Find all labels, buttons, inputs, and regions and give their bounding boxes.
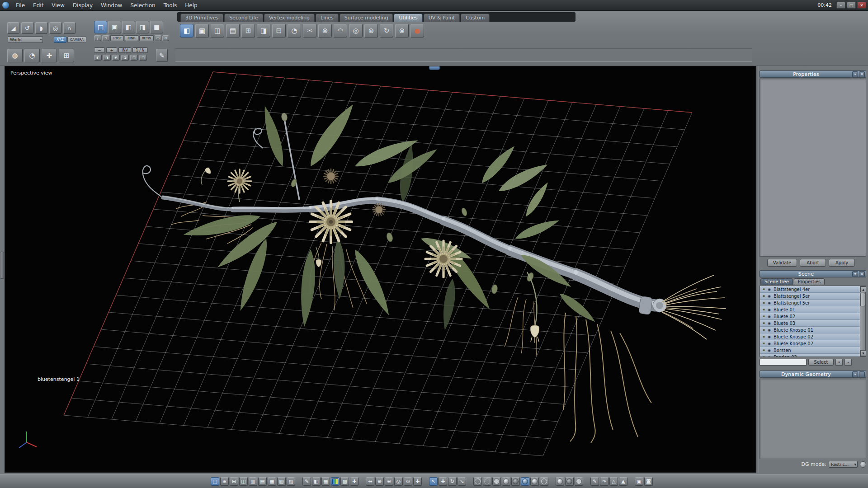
point-mode-icon[interactable]: ▣ bbox=[108, 21, 121, 33]
menu-help[interactable]: Help bbox=[181, 1, 201, 10]
tree-row[interactable]: ▪ ◉ Blattstengel 5er bbox=[760, 300, 860, 306]
scene-filter-input[interactable] bbox=[760, 359, 807, 366]
look-at-icon[interactable]: ⊙ bbox=[404, 477, 412, 486]
shading-ghost-icon[interactable] bbox=[540, 477, 548, 486]
utility-tool-9-icon[interactable]: ✂ bbox=[303, 24, 316, 38]
scroll-down-icon[interactable]: ▼ bbox=[860, 350, 866, 356]
paint-select-tool-icon[interactable]: ◗ bbox=[35, 22, 47, 34]
axes-toggle-icon[interactable]: ✚ bbox=[350, 477, 359, 486]
utility-tool-16-icon[interactable]: ● bbox=[410, 24, 424, 38]
smooth-sphere-icon[interactable]: ◍ bbox=[7, 49, 23, 62]
mini-select-2-icon[interactable]: ◨ bbox=[103, 55, 111, 61]
backdrop-icon[interactable]: ◧ bbox=[312, 477, 321, 486]
link-icon[interactable]: ▪ bbox=[761, 321, 766, 325]
scene-next-icon[interactable]: ▴ bbox=[844, 359, 852, 366]
subdivide-sphere-icon[interactable]: ◔ bbox=[24, 49, 40, 62]
visibility-eye-icon[interactable]: ◉ bbox=[766, 342, 772, 346]
select-button[interactable]: Select bbox=[808, 359, 834, 366]
menu-selection[interactable]: Selection bbox=[126, 1, 159, 10]
layout-single-icon[interactable]: □ bbox=[211, 477, 219, 486]
tree-row[interactable]: ▪ ◉ Borsten bbox=[760, 347, 860, 354]
tab-custom[interactable]: Custom bbox=[461, 14, 490, 22]
mini-select-6-icon[interactable]: □ bbox=[139, 55, 147, 61]
tab-uv-paint[interactable]: UV & Paint bbox=[424, 14, 460, 22]
scene-collapse-icon[interactable]: ▾ bbox=[852, 271, 858, 277]
layout-3b-icon[interactable]: ▤ bbox=[258, 477, 267, 486]
layout-3a-icon[interactable]: ▥ bbox=[249, 477, 257, 486]
scroll-up-icon[interactable]: ▲ bbox=[860, 286, 866, 292]
link-icon[interactable]: ▪ bbox=[761, 348, 766, 352]
visibility-eye-icon[interactable]: ◉ bbox=[766, 348, 772, 352]
frame-selection-icon[interactable]: ◎ bbox=[394, 477, 403, 486]
tree-row[interactable]: ▪ ◉ Bluete Knospe 02 bbox=[760, 333, 860, 340]
utility-tool-14-icon[interactable]: ↻ bbox=[380, 24, 393, 38]
properties-close-icon[interactable]: ✕ bbox=[859, 71, 865, 77]
tab-vertex-modeling[interactable]: Vertex modeling bbox=[264, 14, 315, 22]
validate-button[interactable]: Validate bbox=[767, 259, 797, 267]
render-region-icon[interactable]: ▣ bbox=[635, 477, 643, 486]
mini-select-3-icon[interactable]: ◩ bbox=[112, 55, 120, 61]
select-manipulator-icon[interactable]: ↖ bbox=[429, 477, 438, 486]
pen-tool-icon[interactable]: ✎ bbox=[156, 49, 168, 62]
utility-tool-8-icon[interactable]: ◔ bbox=[288, 24, 301, 38]
menu-display[interactable]: Display bbox=[69, 1, 97, 10]
tree-row[interactable]: ▪ ◉ Bluete 03 bbox=[760, 320, 860, 327]
pan-icon[interactable]: ↔ bbox=[366, 477, 374, 486]
shrink-selection-button[interactable]: − bbox=[94, 47, 105, 53]
link-icon[interactable]: ▪ bbox=[761, 294, 766, 298]
link-icon[interactable]: ▪ bbox=[761, 342, 766, 345]
world-space-dropdown[interactable]: World ▾ bbox=[8, 36, 43, 43]
tab-surface-modeling[interactable]: Surface modeling bbox=[340, 14, 393, 22]
tree-row[interactable]: ▪ ◉ Bluete 02 bbox=[760, 313, 860, 320]
utility-tool-15-icon[interactable]: ⊜ bbox=[395, 24, 409, 38]
mini-select-4-icon[interactable]: ◪ bbox=[121, 55, 129, 61]
utility-tool-2-icon[interactable]: ▣ bbox=[195, 24, 209, 38]
visibility-eye-icon[interactable]: ◉ bbox=[766, 321, 772, 325]
visibility-eye-icon[interactable]: ◉ bbox=[766, 301, 772, 305]
visibility-eye-icon[interactable]: ◉ bbox=[766, 335, 772, 339]
curve-pick-icon[interactable]: ⊃ bbox=[102, 35, 109, 41]
ring-button[interactable]: RING bbox=[125, 35, 138, 41]
visibility-eye-icon[interactable]: ◉ bbox=[766, 314, 772, 319]
utility-tool-13-icon[interactable]: ⊚ bbox=[364, 24, 378, 38]
zoom-out-icon[interactable]: ⊖ bbox=[385, 477, 393, 486]
viewport-split-handle[interactable] bbox=[429, 66, 440, 70]
tab-scene-properties[interactable]: Properties bbox=[794, 278, 825, 285]
layout-mix1-icon[interactable]: ▧ bbox=[277, 477, 286, 486]
object-mode-icon[interactable]: ■ bbox=[150, 21, 163, 33]
expand-tool-icon[interactable]: ✚ bbox=[42, 49, 57, 62]
tab-utilities[interactable]: Utilities bbox=[394, 14, 422, 22]
visibility-eye-icon[interactable]: ◉ bbox=[766, 308, 772, 312]
tree-row[interactable]: ▪ ◉ Blattstengel 5er bbox=[760, 293, 860, 300]
dg-close-icon[interactable] bbox=[859, 371, 865, 377]
layout-quad-icon[interactable]: ⊞ bbox=[220, 477, 229, 486]
one-over-n-button[interactable]: 1 / N bbox=[132, 47, 148, 53]
utility-tool-3-icon[interactable]: ◫ bbox=[211, 24, 224, 38]
apply-button[interactable]: Apply bbox=[829, 259, 855, 267]
abort-button[interactable]: Abort bbox=[800, 259, 826, 267]
tree-row[interactable]: ▪ ◉ Bluete Knospe 01 bbox=[760, 327, 860, 333]
link-icon[interactable]: ▪ bbox=[761, 335, 766, 338]
shading-flat-icon[interactable] bbox=[492, 477, 501, 486]
shading-textured-icon[interactable] bbox=[521, 477, 529, 486]
camera-toggle-button[interactable]: CAMERA bbox=[67, 37, 86, 43]
utility-tool-7-icon[interactable]: ⊟ bbox=[272, 24, 286, 38]
rotate-manipulator-icon[interactable]: ↻ bbox=[448, 477, 457, 486]
scrollbar-thumb[interactable] bbox=[860, 293, 865, 306]
visibility-eye-icon[interactable]: ◉ bbox=[766, 287, 772, 291]
tab-3d-primitives[interactable]: 3D Primitives bbox=[180, 14, 223, 22]
circle-select-tool-icon[interactable]: ◎ bbox=[49, 22, 61, 34]
invert-selection-button[interactable]: INV bbox=[118, 47, 131, 53]
utility-tool-6-icon[interactable]: ◨ bbox=[257, 24, 270, 38]
dg-mode-dropdown[interactable]: Restric... ▼ bbox=[829, 461, 858, 468]
shading-wireframe-icon[interactable] bbox=[473, 477, 482, 486]
visibility-eye-icon[interactable]: ◉ bbox=[766, 294, 772, 298]
link-icon[interactable]: ▪ bbox=[761, 301, 766, 305]
tree-row[interactable]: ▪ ◉ Bluete 01 bbox=[760, 306, 860, 313]
tab-lines[interactable]: Lines bbox=[316, 14, 339, 22]
utility-tool-4-icon[interactable]: ▤ bbox=[226, 24, 240, 38]
dome-select-tool-icon[interactable]: ⌂ bbox=[63, 22, 75, 34]
layout-grid-icon[interactable]: ▦ bbox=[268, 477, 276, 486]
maximize-button[interactable]: ▢ bbox=[847, 2, 856, 9]
tree-row[interactable]: ▪ ◉ Faeden 02 bbox=[760, 354, 860, 357]
